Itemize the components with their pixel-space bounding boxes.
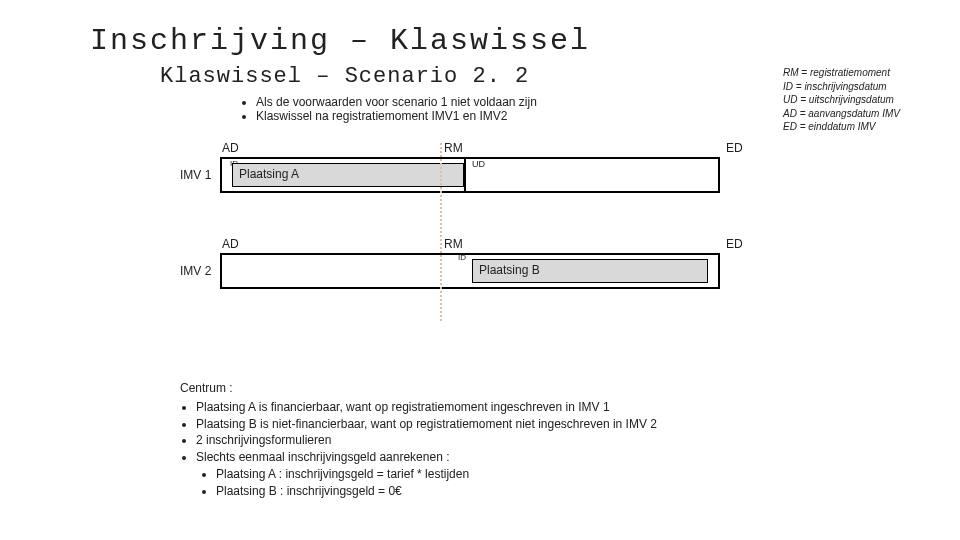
page-title: Inschrijving – Klaswissel [0, 0, 960, 58]
rm-line [440, 143, 442, 321]
legend-id: ID = inschrijvingsdatum [783, 80, 900, 94]
ed-label-1: ED [726, 141, 743, 155]
note-item-label: Slechts eenmaal inschrijvingsgeld aanrek… [196, 450, 449, 464]
legend-rm: RM = registratiemoment [783, 66, 900, 80]
placing-b: Plaatsing B [472, 259, 708, 283]
ud-line [464, 157, 466, 193]
ud-label: UD [472, 159, 485, 169]
page: Inschrijving – Klaswissel Klaswissel – S… [0, 0, 960, 540]
legend-ad: AD = aanvangsdatum IMV [783, 107, 900, 121]
note-item: Plaatsing A is financierbaar, want op re… [196, 399, 657, 416]
legend-ud: UD = uitschrijvingsdatum [783, 93, 900, 107]
legend: RM = registratiemoment ID = inschrijving… [783, 66, 900, 134]
notes-heading: Centrum : [180, 380, 657, 397]
note-item: 2 inschrijvingsformulieren [196, 432, 657, 449]
note-item: Plaatsing B is niet-financierbaar, want … [196, 416, 657, 433]
rm-label-2: RM [444, 237, 463, 251]
rm-label-1: RM [444, 141, 463, 155]
diagram: IMV 1 AD RM ED ID Plaatsing A UD IMV 2 A… [180, 135, 720, 335]
note-item: Slechts eenmaal inschrijvingsgeld aanrek… [196, 449, 657, 499]
ad-label-2: AD [222, 237, 239, 251]
notes: Centrum : Plaatsing A is financierbaar, … [180, 380, 657, 500]
note-sub-item: Plaatsing A : inschrijvingsgeld = tarief… [216, 466, 657, 483]
id-label-2: ID [458, 253, 466, 262]
note-sub-item: Plaatsing B : inschrijvingsgeld = 0€ [216, 483, 657, 500]
ed-label-2: ED [726, 237, 743, 251]
row-label-imv2: IMV 2 [180, 264, 211, 278]
row-label-imv1: IMV 1 [180, 168, 211, 182]
placing-a: Plaatsing A [232, 163, 464, 187]
legend-ed: ED = einddatum IMV [783, 120, 900, 134]
ad-label-1: AD [222, 141, 239, 155]
